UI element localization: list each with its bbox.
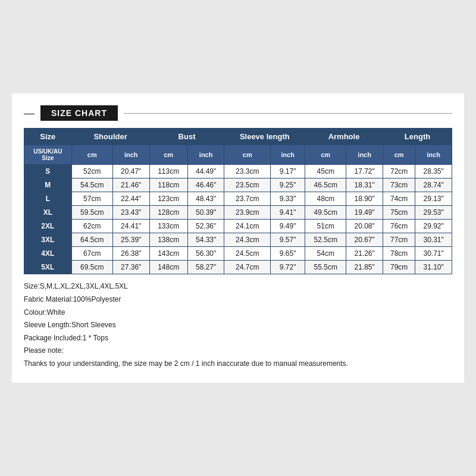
sleeve-inch: inch [271,145,305,165]
table-body: S52cm20.47"113cm44.49"23.3cm9.17"45cm17.… [24,165,452,274]
cell-value: 58.27" [187,261,224,274]
cell-value: 9.72" [271,261,305,274]
cell-value: 123cm [149,192,187,206]
cell-value: 17.72" [346,165,383,178]
header-row: Size Shoulder Bust Sleeve length Armhole… [24,129,452,145]
col-shoulder: Shoulder [71,129,149,145]
col-size: Size [24,129,72,145]
cell-value: 9.33" [271,192,305,206]
cell-value: 23.5cm [224,178,271,192]
title-dash: — [24,107,35,120]
shoulder-inch: inch [112,145,149,165]
cell-value: 45cm [305,165,346,178]
cell-value: 9.17" [271,165,305,178]
cell-value: 73cm [383,178,415,192]
cell-value: 78cm [383,247,415,261]
cell-value: 28.74" [415,178,452,192]
bust-inch: inch [187,145,224,165]
cell-value: 21.46" [112,178,149,192]
note-item: Please note: [24,345,452,358]
cell-value: 46.5cm [305,178,346,192]
cell-value: 52.5cm [305,233,346,247]
cell-value: 57cm [71,192,112,206]
note-item: Thanks to your understanding, the size m… [24,358,452,371]
title-section: — SIZE CHART [24,105,452,121]
cell-value: 75cm [383,206,415,220]
cell-value: 23.9cm [224,206,271,220]
cell-value: 28.35" [415,165,452,178]
cell-value: 21.85" [346,261,383,274]
cell-value: 52.36" [187,220,224,233]
col-length: Length [383,129,452,145]
table-row: S52cm20.47"113cm44.49"23.3cm9.17"45cm17.… [24,165,452,178]
cell-value: 48cm [305,192,346,206]
cell-value: 74cm [383,192,415,206]
sleeve-cm: cm [224,145,271,165]
cell-value: 62cm [71,220,112,233]
cell-value: 21.26" [346,247,383,261]
cell-value: 18.90" [346,192,383,206]
armhole-inch: inch [346,145,383,165]
cell-value: 24.1cm [224,220,271,233]
us-uk-au-label: US/UK/AUSize [24,145,72,165]
cell-value: 56.30" [187,247,224,261]
length-cm: cm [383,145,415,165]
title-box: SIZE CHART [40,105,118,121]
cell-value: 24.5cm [224,247,271,261]
cell-value: 9.25" [271,178,305,192]
cell-value: 54.33" [187,233,224,247]
size-label: 4XL [24,247,72,261]
cell-value: 67cm [71,247,112,261]
cell-value: 24.3cm [224,233,271,247]
cell-value: 27.36" [112,261,149,274]
cell-value: 20.08" [346,220,383,233]
cell-value: 118cm [149,178,187,192]
cell-value: 44.49" [187,165,224,178]
cell-value: 9.41" [271,206,305,220]
note-item: Package Included:1 * Tops [24,332,452,345]
cell-value: 31.10" [415,261,452,274]
main-container: — SIZE CHART Size Shoulder Bust Sleeve l… [12,93,464,382]
cell-value: 29.13" [415,192,452,206]
cell-value: 24.41" [112,220,149,233]
note-item: Fabric Material:100%Polyester [24,293,452,306]
size-label: L [24,192,72,206]
cell-value: 26.38" [112,247,149,261]
cell-value: 79cm [383,261,415,274]
table-row: 5XL69.5cm27.36"148cm58.27"24.7cm9.72"55.… [24,261,452,274]
cell-value: 18.31" [346,178,383,192]
col-bust: Bust [149,129,224,145]
note-item: Colour:White [24,306,452,320]
size-label: 5XL [24,261,72,274]
bust-cm: cm [149,145,187,165]
cell-value: 69.5cm [71,261,112,274]
armhole-cm: cm [305,145,346,165]
cell-value: 19.49" [346,206,383,220]
cell-value: 54cm [305,247,346,261]
cell-value: 9.49" [271,220,305,233]
cell-value: 50.39" [187,206,224,220]
cell-value: 148cm [149,261,187,274]
cell-value: 133cm [149,220,187,233]
cell-value: 20.47" [112,165,149,178]
cell-value: 23.43" [112,206,149,220]
shoulder-cm: cm [71,145,112,165]
cell-value: 30.31" [415,233,452,247]
cell-value: 9.57" [271,233,305,247]
cell-value: 48.43" [187,192,224,206]
note-item: Size:S,M,L,XL,2XL,3XL,4XL,5XL [24,280,452,293]
table-row: 4XL67cm26.38"143cm56.30"24.5cm9.65"54cm2… [24,247,452,261]
cell-value: 54.5cm [71,178,112,192]
table-row: 2XL62cm24.41"133cm52.36"24.1cm9.49"51cm2… [24,220,452,233]
table-row: XL59.5cm23.43"128cm50.39"23.9cm9.41"49.5… [24,206,452,220]
cell-value: 55.5cm [305,261,346,274]
cell-value: 22.44" [112,192,149,206]
size-label: XL [24,206,72,220]
cell-value: 29.53" [415,206,452,220]
cell-value: 143cm [149,247,187,261]
cell-value: 29.92" [415,220,452,233]
cell-value: 52cm [71,165,112,178]
length-inch: inch [415,145,452,165]
cell-value: 113cm [149,165,187,178]
cell-value: 9.65" [271,247,305,261]
